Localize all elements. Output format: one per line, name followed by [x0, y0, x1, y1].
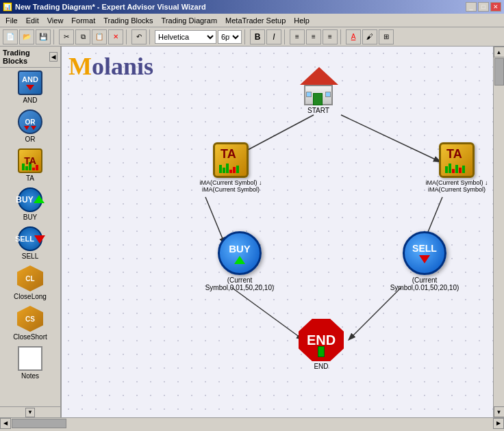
- menu-trading-diagram[interactable]: Trading Diagram: [158, 15, 222, 26]
- start-node[interactable]: START: [298, 67, 339, 114]
- sep2: [126, 29, 129, 44]
- title-text: New Trading Diagram* - Expert Advisor Vi…: [15, 3, 206, 11]
- save-button[interactable]: 💾: [36, 29, 51, 44]
- svg-line-5: [349, 287, 401, 339]
- scroll-up-button[interactable]: ▲: [494, 47, 505, 57]
- sep4: [244, 29, 247, 44]
- sep6: [340, 29, 343, 44]
- buy-node[interactable]: BUY (Current Symbol,0.01,50,20,10): [199, 231, 281, 291]
- ta2-icon: TA: [439, 142, 475, 178]
- status-bar: 1171, 1378: [0, 428, 504, 431]
- sidebar-item-notes[interactable]: Notes: [0, 343, 60, 382]
- menu-help[interactable]: Help: [290, 15, 314, 26]
- new-button[interactable]: 📄: [3, 29, 18, 44]
- cut-button[interactable]: ✂: [59, 29, 74, 44]
- ta2-label: iMA(Current Symbol) ↓ iMA(Current Symbol…: [420, 179, 493, 193]
- align-left-button[interactable]: ≡: [290, 29, 305, 44]
- menu-view[interactable]: View: [43, 15, 68, 26]
- sidebar-title: Trading Blocks ◀: [0, 47, 60, 68]
- closeshort-block-label: CloseShort: [13, 333, 47, 341]
- size-select[interactable]: 6pt 8pt 10pt 12pt: [218, 30, 242, 44]
- ta2-node[interactable]: TA iMA(Current Symbol) ↓ iMA(Current Sym…: [420, 142, 493, 193]
- end-node[interactable]: END END: [299, 319, 344, 370]
- sidebar-item-buy[interactable]: BUY BUY: [0, 185, 60, 224]
- sidebar-item-and[interactable]: AND AND: [0, 68, 60, 107]
- ta1-label: iMA(Current Symbol) ↓ iMA(Current Symbol…: [186, 179, 275, 193]
- logo-m: M: [68, 53, 92, 80]
- scroll-right-button[interactable]: ▶: [493, 418, 504, 429]
- app-icon: 📊: [3, 2, 12, 12]
- open-button[interactable]: 📂: [19, 29, 34, 44]
- and-block-icon: AND: [18, 70, 42, 95]
- menu-metatrader[interactable]: MetaTrader Setup: [221, 15, 290, 26]
- sell-node[interactable]: SELL (Current Symbol,0.01,50,20,10): [383, 231, 466, 291]
- closelong-block-label: CloseLong: [14, 293, 47, 300]
- scroll-down-button[interactable]: ▼: [494, 406, 505, 417]
- undo-button[interactable]: ↶: [131, 29, 147, 44]
- ta-block-label: TA: [26, 174, 34, 182]
- and-block-label: AND: [23, 96, 37, 104]
- or-block-icon: OR: [18, 109, 42, 134]
- sell-icon: SELL: [403, 231, 446, 275]
- bold-button[interactable]: B: [250, 29, 265, 44]
- title-bar: 📊 New Trading Diagram* - Expert Advisor …: [0, 0, 504, 14]
- closeshort-block-icon: CS: [17, 306, 43, 332]
- menu-bar: File Edit View Format Trading Blocks Tra…: [0, 14, 504, 27]
- font-select[interactable]: Helvetica Arial Times New Roman: [155, 30, 216, 44]
- buy-block-icon: BUY: [18, 187, 42, 212]
- format-button[interactable]: ⊞: [379, 29, 394, 44]
- or-block-label: OR: [25, 135, 36, 143]
- sidebar-item-sell[interactable]: SELL SELL: [0, 224, 60, 263]
- sidebar-item-or[interactable]: OR OR: [0, 107, 60, 146]
- sell-block-label: SELL: [22, 252, 38, 260]
- sidebar-scroll-bottom: ▼: [0, 406, 60, 417]
- sep3: [149, 29, 152, 44]
- sidebar-collapse-button[interactable]: ◀: [49, 52, 58, 62]
- maximize-button[interactable]: □: [478, 2, 489, 12]
- paste-button[interactable]: 📋: [92, 29, 107, 44]
- menu-format[interactable]: Format: [67, 15, 99, 26]
- menu-file[interactable]: File: [1, 15, 22, 26]
- window-controls: _ □ ✕: [466, 2, 501, 12]
- align-center-button[interactable]: ≡: [306, 29, 321, 44]
- logo: Molanis: [68, 52, 153, 81]
- buy-label: (Current Symbol,0.01,50,20,10): [199, 276, 281, 291]
- sell-block-icon: SELL: [18, 226, 42, 251]
- italic-button[interactable]: I: [266, 29, 281, 44]
- sidebar-scroll-down-button[interactable]: ▼: [25, 408, 35, 417]
- canvas-area[interactable]: Molanis: [62, 47, 493, 417]
- scroll-track-right: [494, 57, 504, 406]
- copy-button[interactable]: ⧉: [75, 29, 90, 44]
- align-right-button[interactable]: ≡: [323, 29, 338, 44]
- closelong-block-icon: CL: [17, 265, 43, 291]
- scroll-thumb-right[interactable]: [494, 58, 504, 86]
- sidebar-item-ta[interactable]: TA TA: [0, 146, 60, 185]
- toolbar: 📄 📂 💾 ✂ ⧉ 📋 ✕ ↶ Helvetica Arial Times Ne…: [0, 27, 504, 47]
- highlight-button[interactable]: 🖌: [362, 29, 377, 44]
- scroll-left-button[interactable]: ◀: [0, 418, 11, 429]
- end-icon: END: [299, 319, 344, 361]
- start-label: START: [307, 107, 329, 114]
- notes-block-label: Notes: [21, 372, 39, 380]
- sidebar-item-closeshort[interactable]: CS CloseShort: [0, 303, 60, 343]
- scrollbar-bottom: ◀ ▶: [0, 417, 504, 428]
- sidebar-item-closelong[interactable]: CL CloseLong: [0, 263, 60, 303]
- scroll-thumb-bottom[interactable]: [12, 419, 66, 428]
- sell-label: (Current Symbol,0.01,50,20,10): [383, 276, 466, 291]
- delete-button[interactable]: ✕: [108, 29, 123, 44]
- start-icon: [298, 67, 339, 105]
- sidebar: Trading Blocks ◀ AND AND OR OR TA: [0, 47, 62, 417]
- close-button[interactable]: ✕: [490, 2, 501, 12]
- sep1: [53, 29, 56, 44]
- buy-icon: BUY: [218, 231, 262, 275]
- scroll-track-bottom: [11, 418, 493, 429]
- svg-line-4: [231, 287, 303, 339]
- sidebar-title-text: Trading Blocks: [3, 49, 49, 65]
- minimize-button[interactable]: _: [466, 2, 477, 12]
- buy-block-label: BUY: [23, 213, 38, 221]
- menu-trading-blocks[interactable]: Trading Blocks: [99, 15, 157, 26]
- font-color-button[interactable]: A: [346, 29, 361, 44]
- logo-text: olanis: [92, 53, 153, 80]
- ta1-node[interactable]: TA iMA(Current Symbol) ↓ iMA(Current Sym…: [186, 142, 275, 193]
- menu-edit[interactable]: Edit: [22, 15, 43, 26]
